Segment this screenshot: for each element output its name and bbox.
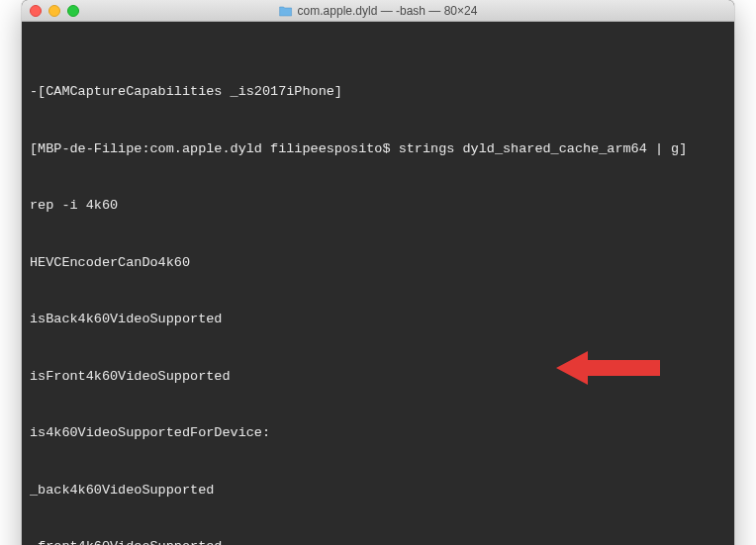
- terminal-line: rep -i 4k60: [30, 196, 726, 215]
- title-bar: com.apple.dyld — -bash — 80×24: [22, 0, 734, 22]
- terminal-line: _front4k60VideoSupported: [30, 537, 726, 545]
- terminal-line: -[CAMCaptureCapabilities _is2017iPhone]: [30, 82, 726, 101]
- terminal-line: _back4k60VideoSupported: [30, 481, 726, 500]
- terminal-window: com.apple.dyld — -bash — 80×24 MacBR.com…: [22, 0, 734, 545]
- window-title-container: com.apple.dyld — -bash — 80×24: [279, 4, 478, 18]
- maximize-button[interactable]: [67, 5, 79, 17]
- terminal-line: isBack4k60VideoSupported: [30, 310, 726, 328]
- close-button[interactable]: [30, 5, 42, 17]
- minimize-button[interactable]: [48, 5, 60, 17]
- terminal-line: is4k60VideoSupportedForDevice:: [30, 423, 726, 442]
- traffic-lights: [30, 5, 79, 17]
- terminal-body[interactable]: MacBR.com -[CAMCaptureCapabilities _is20…: [22, 22, 734, 545]
- folder-icon: [279, 5, 293, 17]
- terminal-line: isFront4k60VideoSupported: [30, 367, 726, 386]
- window-title: com.apple.dyld — -bash — 80×24: [298, 4, 478, 18]
- terminal-line: HEVCEncoderCanDo4k60: [30, 253, 726, 272]
- terminal-line: [MBP-de-Filipe:com.apple.dyld filipeespo…: [30, 139, 726, 158]
